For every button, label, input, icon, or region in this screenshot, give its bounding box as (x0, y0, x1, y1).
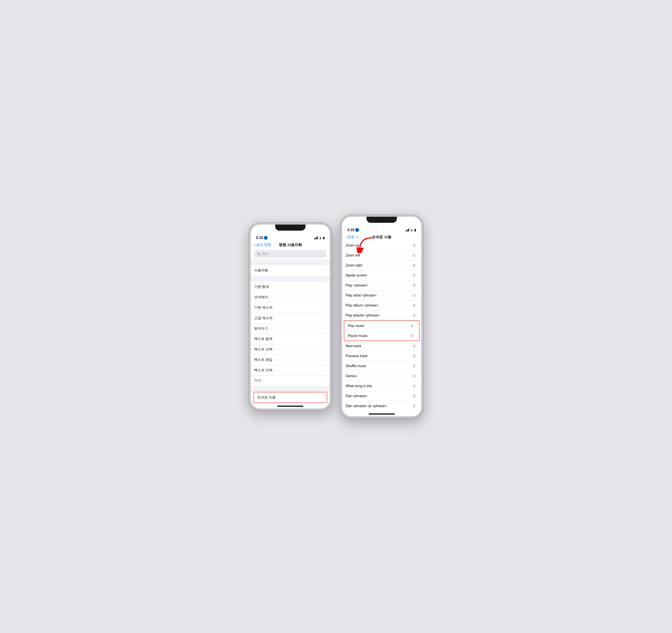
list-section-2: Zoom up 컴 › Zoom left 컴 › Zoom right (342, 240, 421, 411)
손쉬운-사용-item[interactable]: 손쉬운 사용 › (254, 392, 327, 403)
list-item[interactable]: Dial <phrase> 끔 › (342, 391, 421, 401)
play-music-item[interactable]: Play music 컴 › (344, 321, 419, 331)
list-item[interactable]: What song is this 끔 › (342, 381, 421, 391)
item-right: 끔 › (412, 313, 418, 317)
list-section-1c: 손쉬운 사용 › (254, 392, 327, 403)
chevron-icon: › (417, 404, 418, 408)
chevron-icon: › (325, 285, 327, 289)
item-value: 끔 (412, 384, 416, 388)
list-item[interactable]: Zoom up 컴 › (342, 240, 421, 250)
item-right: 컴 › (410, 324, 415, 328)
time-display-2: 2:15 (347, 228, 354, 232)
list-item[interactable]: 받아쓰기 › (251, 323, 330, 334)
list-item[interactable]: Play artist <phrase> 끔 › (342, 290, 421, 300)
item-right: › (325, 337, 327, 341)
item-label: Genius (345, 374, 357, 378)
chevron-icon: › (325, 379, 327, 383)
status-bar-1: 2:15 ▲ ▮ (251, 234, 330, 241)
list-item[interactable]: Zoom right 컴 › (342, 261, 421, 270)
item-label: Zoom up (345, 243, 359, 247)
item-right: 컴 › (410, 334, 415, 338)
item-right: › (322, 396, 323, 399)
item-value: 끔 (412, 404, 416, 408)
list-item[interactable]: 기기 › (251, 375, 330, 386)
item-right: 끔 › (412, 344, 418, 348)
list-item[interactable]: Zoom left 컴 › (342, 250, 421, 261)
item-value: 끔 (412, 303, 416, 307)
item-value: 컴 (412, 243, 416, 247)
item-right: 끔 › (412, 394, 418, 398)
volume-up-button-2 (340, 252, 341, 267)
back-chevron-2: ‹ (345, 235, 347, 240)
item-label: 손쉬운 사용 (257, 395, 275, 400)
list-item[interactable]: Next track 끔 › (342, 341, 421, 351)
item-label: Dial <phrase> at <phrase> (345, 404, 387, 408)
search-placeholder-1: 검색 (262, 252, 268, 256)
list-section-1a: 사용자화 › (251, 265, 330, 276)
chevron-icon: › (417, 354, 418, 358)
list-item[interactable]: 기본 탐색 › (251, 282, 330, 292)
list-item[interactable]: Speak screen 컴 › (342, 270, 421, 281)
chevron-icon: › (417, 254, 418, 257)
item-right: 끔 › (412, 404, 418, 408)
item-label: Play album <phrase> (345, 303, 378, 307)
item-right: › (325, 306, 327, 310)
list-item[interactable]: 텍스트 선택 › (251, 344, 330, 355)
nav-bar-1: ‹ 음성 명령 명령 사용자화 (251, 241, 330, 248)
back-label-2[interactable]: 명령 사 (347, 235, 359, 239)
item-value: 끔 (412, 313, 416, 317)
chevron-icon: › (325, 269, 327, 272)
item-value: 끔 (412, 293, 416, 297)
item-right: › (325, 369, 327, 372)
home-indicator-2 (369, 413, 395, 415)
list-item[interactable]: 사용자화 › (251, 265, 330, 276)
item-value: 끔 (412, 364, 416, 368)
shuffle-music-item[interactable]: Shuffle music 끔 › (342, 361, 421, 371)
item-right: 컴 › (412, 263, 418, 267)
list-item[interactable]: 텍스트 삭제 › (251, 365, 330, 375)
item-label: Zoom left (345, 253, 360, 258)
page-title-1: 명령 사용자화 (272, 242, 308, 247)
search-bar-1[interactable]: 🔍 검색 (254, 250, 327, 258)
item-right: 끔 › (412, 364, 418, 368)
item-value: 끔 (412, 394, 416, 398)
pause-music-item[interactable]: Pause music 컴 › (344, 331, 419, 341)
power-button-2 (423, 256, 423, 275)
list-item[interactable]: Play <phrase> 끔 › (342, 281, 421, 290)
list-item[interactable]: 기본 제스처 › (251, 302, 330, 313)
list-item[interactable]: Play album <phrase> 끔 › (342, 300, 421, 310)
status-time-2: 2:15 (347, 228, 359, 232)
item-right: › (325, 285, 327, 289)
list-item[interactable]: Genius 끔 › (342, 371, 421, 381)
list-item[interactable]: Play playlist <phrase> 끔 › (342, 310, 421, 320)
list-item[interactable]: 텍스트 편집 › (251, 355, 330, 365)
list-item[interactable]: Dial <phrase> at <phrase> 끔 › (342, 401, 421, 411)
item-value: 컴 (410, 324, 414, 328)
highlight-box: Play music 컴 › Pause music 컴 › (344, 320, 419, 341)
item-label: Play <phrase> (345, 284, 368, 287)
chevron-icon: › (325, 369, 327, 372)
previous-track-item[interactable]: Previous track 끔 › (342, 351, 421, 361)
item-label: Next track (345, 344, 361, 348)
phone-frame-1: 2:15 ▲ ▮ ‹ 음성 명령 (249, 223, 332, 410)
item-label: Zoom right (345, 264, 362, 267)
item-label: Play playlist <phrase> (345, 313, 380, 317)
silent-switch (249, 251, 249, 258)
status-icons-1: ▲ ▮ (314, 236, 325, 240)
item-label: 받아쓰기 (254, 326, 268, 331)
list-section-1b: 기본 탐색 › 오버레이 › 기본 제스처 › 고급 제스처 › 받아쓰기 (251, 282, 330, 386)
chevron-icon: › (417, 344, 418, 348)
list-item[interactable]: 텍스트 탐색 › (251, 334, 330, 344)
item-label: Pause music (348, 334, 368, 338)
back-label-1[interactable]: 음성 명령 (256, 243, 271, 247)
back-button-2[interactable]: ‹ 명령 사 (345, 235, 364, 240)
signal-bars-2 (406, 228, 409, 232)
volume-down-button-2 (340, 269, 341, 283)
list-item[interactable]: 오버레이 › (251, 292, 330, 302)
phone-content-2: 2:15 ▲ ▮ ‹ 명령 사 (342, 217, 421, 415)
volume-up-button (249, 261, 249, 274)
back-button-1[interactable]: ‹ 음성 명령 (254, 242, 272, 247)
list-item[interactable]: 고급 제스처 › (251, 313, 330, 323)
signal-bars-1 (314, 236, 318, 239)
item-right: › (325, 269, 327, 272)
